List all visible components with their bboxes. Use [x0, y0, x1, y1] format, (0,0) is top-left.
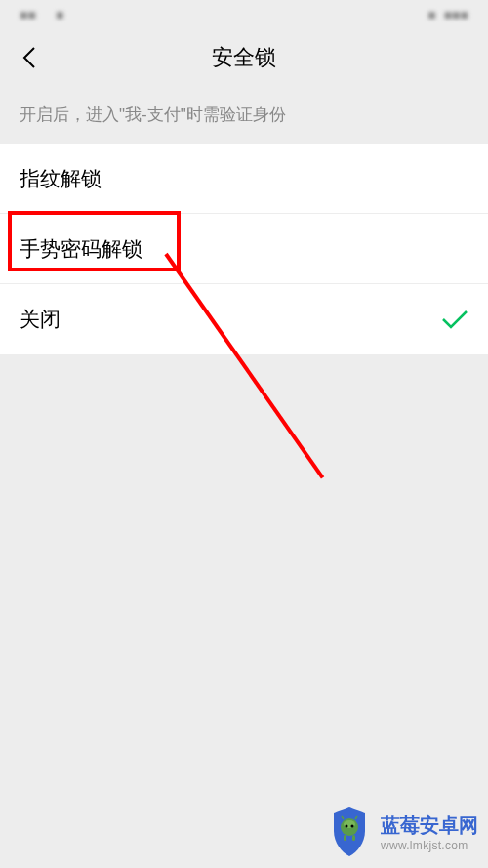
option-label: 手势密码解锁	[20, 235, 142, 263]
options-list: 指纹解锁 手势密码解锁 关闭	[0, 144, 488, 354]
option-gesture[interactable]: 手势密码解锁	[0, 214, 488, 284]
description-text: 开启后，进入"我-支付"时需验证身份	[0, 86, 488, 144]
watermark: 蓝莓安卓网 www.lmkjst.com	[326, 806, 478, 858]
page-title: 安全锁	[212, 43, 276, 72]
svg-point-3	[351, 825, 354, 828]
watermark-url: www.lmkjst.com	[381, 839, 468, 852]
option-label: 指纹解锁	[20, 165, 102, 192]
status-icon: ■	[56, 7, 63, 22]
back-button[interactable]	[15, 43, 44, 72]
header: 安全锁	[0, 29, 488, 86]
watermark-logo	[326, 806, 373, 858]
checkmark-icon	[441, 309, 468, 330]
status-time: ■■	[20, 7, 36, 22]
watermark-title: 蓝莓安卓网	[381, 812, 478, 839]
status-bar: ■■ ■ ■ ■■■	[0, 0, 488, 29]
option-close[interactable]: 关闭	[0, 284, 488, 354]
back-icon	[22, 46, 36, 69]
status-signal: ■	[427, 7, 435, 22]
svg-rect-7	[352, 835, 355, 841]
status-battery: ■■■	[444, 7, 468, 22]
option-fingerprint[interactable]: 指纹解锁	[0, 144, 488, 214]
svg-point-2	[346, 825, 348, 828]
svg-rect-6	[344, 835, 346, 841]
option-label: 关闭	[20, 306, 61, 333]
